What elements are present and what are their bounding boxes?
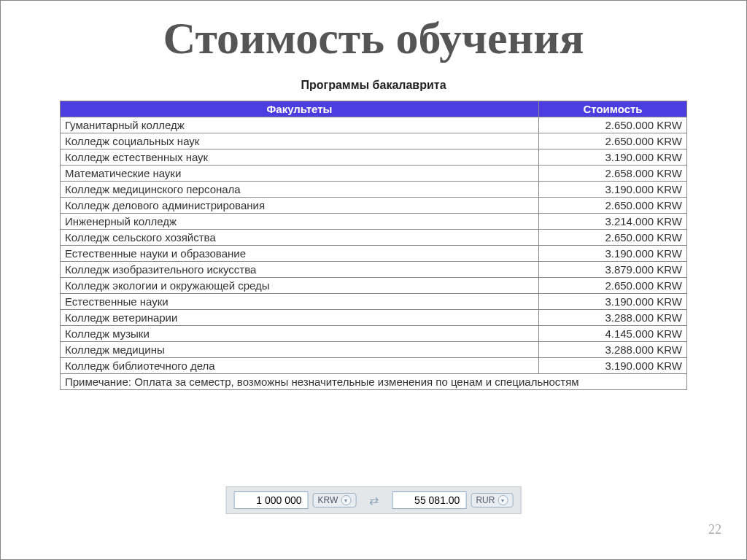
converter-from-currency[interactable]: KRW ▾: [313, 493, 357, 508]
table-row: Колледж ветеринарии3.288.000 KRW: [61, 310, 687, 326]
faculty-cell: Инженерный колледж: [61, 214, 539, 230]
table-row: Колледж делового администрирования2.650.…: [61, 198, 687, 214]
table-row: Колледж медицины3.288.000 KRW: [61, 342, 687, 358]
table-row: Колледж музыки4.145.000 KRW: [61, 326, 687, 342]
table-row: Колледж экологии и окружающей среды2.650…: [61, 278, 687, 294]
faculty-cell: Колледж медицинского персонала: [61, 182, 539, 198]
cost-cell: 4.145.000 KRW: [539, 326, 687, 342]
slide: Стоимость обучения Программы бакалаврита…: [0, 0, 747, 560]
cost-cell: 2.650.000 KRW: [539, 278, 687, 294]
table-row: Естественные науки3.190.000 KRW: [61, 294, 687, 310]
cost-cell: 3.190.000 KRW: [539, 149, 687, 166]
cost-cell: 3.288.000 KRW: [539, 310, 687, 326]
chevron-down-icon: ▾: [341, 495, 351, 505]
table-row: Колледж изобразительного искусства3.879.…: [61, 262, 687, 278]
page-number: 22: [708, 522, 721, 537]
table-header-row: Факультеты Стоимость: [61, 101, 687, 117]
cost-cell: 3.190.000 KRW: [539, 294, 687, 310]
table-note-row: Примечание: Оплата за семестр, возможны …: [61, 374, 687, 390]
faculty-cell: Гуманитарный колледж: [61, 117, 539, 133]
table-row: Колледж естественных наук3.190.000 KRW: [61, 149, 687, 166]
subtitle: Программы бакалаврита: [1, 79, 746, 92]
faculty-cell: Колледж медицины: [61, 342, 539, 358]
cost-cell: 3.288.000 KRW: [539, 342, 687, 358]
converter-from-input[interactable]: 1 000 000: [234, 491, 309, 509]
table-row: Колледж социальных наук2.650.000 KRW: [61, 133, 687, 149]
faculty-cell: Колледж ветеринарии: [61, 310, 539, 326]
converter-from: 1 000 000 KRW ▾: [234, 491, 357, 509]
converter-to: 55 081.00 RUR ▾: [392, 491, 513, 509]
table-row: Колледж сельского хозяйства2.650.000 KRW: [61, 230, 687, 246]
converter-to-currency[interactable]: RUR ▾: [471, 493, 513, 508]
table-row: Естественные науки и образование3.190.00…: [61, 246, 687, 262]
faculty-cell: Математические науки: [61, 166, 539, 182]
faculty-cell: Колледж библиотечного дела: [61, 358, 539, 374]
table-row: Колледж библиотечного дела3.190.000 KRW: [61, 358, 687, 374]
cost-table-wrap: Факультеты Стоимость Гуманитарный коллед…: [60, 101, 687, 390]
cost-cell: 2.650.000 KRW: [539, 230, 687, 246]
currency-converter: 1 000 000 KRW ▾ ⇄ 55 081.00 RUR ▾: [226, 486, 522, 514]
header-cost: Стоимость: [539, 101, 687, 117]
faculty-cell: Естественные науки: [61, 294, 539, 310]
converter-to-input[interactable]: 55 081.00: [392, 491, 466, 509]
table-note: Примечание: Оплата за семестр, возможны …: [61, 374, 687, 390]
table-row: Колледж медицинского персонала3.190.000 …: [61, 182, 687, 198]
table-row: Инженерный колледж3.214.000 KRW: [61, 214, 687, 230]
cost-cell: 2.650.000 KRW: [539, 198, 687, 214]
cost-cell: 2.650.000 KRW: [539, 133, 687, 149]
cost-cell: 2.658.000 KRW: [539, 166, 687, 182]
cost-cell: 3.214.000 KRW: [539, 214, 687, 230]
converter-from-currency-label: KRW: [318, 495, 338, 505]
faculty-cell: Колледж сельского хозяйства: [61, 230, 539, 246]
cost-cell: 3.190.000 KRW: [539, 246, 687, 262]
cost-cell: 3.190.000 KRW: [539, 358, 687, 374]
chevron-down-icon: ▾: [498, 495, 508, 505]
table-row: Математические науки2.658.000 KRW: [61, 166, 687, 182]
faculty-cell: Колледж экологии и окружающей среды: [61, 278, 539, 294]
faculty-cell: Колледж социальных наук: [61, 133, 539, 149]
swap-icon[interactable]: ⇄: [369, 494, 379, 508]
converter-to-currency-label: RUR: [476, 495, 495, 505]
faculty-cell: Колледж делового администрирования: [61, 198, 539, 214]
header-faculty: Факультеты: [61, 101, 539, 117]
cost-cell: 3.190.000 KRW: [539, 182, 687, 198]
table-row: Гуманитарный колледж2.650.000 KRW: [61, 117, 687, 133]
faculty-cell: Естественные науки и образование: [61, 246, 539, 262]
cost-cell: 2.650.000 KRW: [539, 117, 687, 133]
faculty-cell: Колледж естественных наук: [61, 149, 539, 166]
page-title: Стоимость обучения: [1, 12, 746, 64]
cost-table: Факультеты Стоимость Гуманитарный коллед…: [60, 101, 687, 390]
faculty-cell: Колледж изобразительного искусства: [61, 262, 539, 278]
cost-cell: 3.879.000 KRW: [539, 262, 687, 278]
faculty-cell: Колледж музыки: [61, 326, 539, 342]
